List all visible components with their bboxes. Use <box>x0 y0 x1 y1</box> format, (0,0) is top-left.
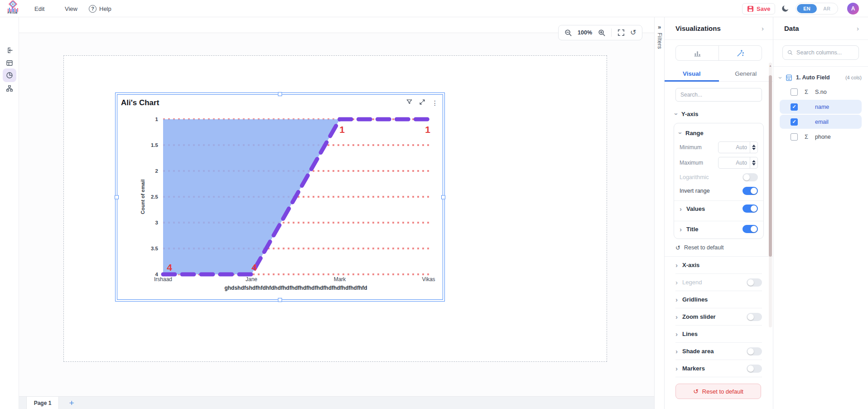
values-row[interactable]: ›Values <box>680 201 758 216</box>
markers-toggle[interactable] <box>747 365 762 373</box>
zoom-toolbar: 100% ↺ <box>558 25 642 40</box>
chevron-right-icon: › <box>675 331 678 337</box>
filters-collapsed-panel: » Filters <box>654 17 664 409</box>
dark-mode-toggle[interactable] <box>781 4 790 13</box>
minimum-input[interactable]: Auto <box>718 141 758 153</box>
collapse-panel-icon[interactable]: › <box>857 25 859 32</box>
section-gridlines[interactable]: ›Gridlines <box>675 291 762 308</box>
minimum-stepper[interactable] <box>750 142 757 153</box>
range-section[interactable]: › Range <box>680 128 758 138</box>
prism-logo-icon <box>6 0 19 12</box>
layout-icon[interactable] <box>3 56 16 70</box>
section-shade-area[interactable]: ›Shade area <box>675 343 762 360</box>
field-row-phone[interactable]: Σ phone <box>780 130 862 144</box>
tab-general[interactable]: General <box>719 66 773 81</box>
chevron-right-icon: › <box>675 279 678 286</box>
checkbox-checked[interactable]: ✓ <box>791 118 798 126</box>
resize-handle-left[interactable] <box>115 195 119 199</box>
chart-widget[interactable]: Ali's Chart ⋮ 11.522.533.544411IrshaadJa… <box>117 94 443 300</box>
resize-handle-right[interactable] <box>441 195 445 199</box>
save-button[interactable]: Save <box>742 3 775 15</box>
values-toggle[interactable] <box>743 204 758 213</box>
exit-icon[interactable] <box>3 44 16 57</box>
more-options-icon[interactable]: ⋮ <box>432 100 438 106</box>
chevron-right-icon: › <box>675 313 678 320</box>
svg-text:Irshaad: Irshaad <box>154 276 172 282</box>
checkbox-unchecked[interactable] <box>791 133 798 141</box>
chevron-down-icon: › <box>673 113 680 115</box>
divider <box>773 66 868 67</box>
zoom-in-button[interactable] <box>598 29 606 37</box>
shade-area-toggle[interactable] <box>747 347 762 355</box>
lang-en-option[interactable]: EN <box>797 4 817 13</box>
maximum-label: Maximum <box>680 160 703 166</box>
reset-y-axis-link[interactable]: ↺ Reset to default <box>675 243 762 252</box>
legend-toggle[interactable] <box>747 278 762 287</box>
page-tab[interactable]: Page 1 <box>26 397 59 409</box>
minimum-label: Minimum <box>680 144 702 151</box>
section-lines[interactable]: ›Lines <box>675 326 762 343</box>
chart-title: Ali's Chart <box>121 98 159 107</box>
reset-to-default-button[interactable]: ↺ Reset to default <box>675 384 761 399</box>
group-name: 1. Auto Field <box>796 74 842 81</box>
field-label: S.no <box>815 89 827 95</box>
viz-scrollbar-thumb[interactable] <box>769 75 772 257</box>
menu-help[interactable]: ? Help <box>89 0 111 17</box>
add-page-button[interactable]: + <box>65 397 78 409</box>
expand-icon[interactable] <box>419 99 425 107</box>
visualizations-title: Visualizations <box>675 24 721 32</box>
auto-field-group[interactable]: › 1. Auto Field (4 cols) <box>780 71 862 84</box>
reset-icon: ↺ <box>675 245 680 251</box>
brand-name: PRISM <box>8 11 18 14</box>
checkbox-checked[interactable]: ✓ <box>791 103 798 111</box>
maximum-input[interactable]: Auto <box>718 157 758 169</box>
menu-view[interactable]: View <box>65 0 77 17</box>
chevron-down-icon: › <box>777 77 784 79</box>
top-bar: PRISM Edit View ? Help Save EN AR A <box>0 0 868 17</box>
section-y-axis[interactable]: › Y-axis <box>675 111 762 117</box>
section-x-axis[interactable]: ›X-axis <box>675 257 762 274</box>
invert-range-toggle[interactable] <box>743 187 758 195</box>
resize-handle-bottom[interactable] <box>278 298 282 302</box>
avatar[interactable]: A <box>847 3 859 15</box>
zoom-out-button[interactable] <box>564 29 572 37</box>
pie-chart-icon[interactable] <box>3 68 16 82</box>
language-switcher[interactable]: EN AR <box>796 3 838 15</box>
chevron-right-icon: › <box>675 348 678 355</box>
viz-scrollbar[interactable]: ▲ <box>769 63 772 327</box>
fullscreen-button[interactable] <box>617 29 625 36</box>
section-markers[interactable]: ›Markers <box>675 360 762 377</box>
scrollbar-up-arrow[interactable]: ▲ <box>769 64 772 67</box>
magic-wand-button[interactable] <box>719 46 762 60</box>
svg-text:Vikas: Vikas <box>422 276 435 282</box>
lang-ar-option[interactable]: AR <box>817 6 837 11</box>
prism-logo: PRISM <box>4 0 22 17</box>
save-floppy-icon <box>747 5 754 12</box>
menu-edit[interactable]: Edit <box>34 0 44 17</box>
svg-text:1: 1 <box>425 124 430 135</box>
field-row-name[interactable]: ✓ name <box>780 100 862 114</box>
reset-view-button[interactable]: ↺ <box>630 29 636 36</box>
title-row[interactable]: ›Title <box>680 221 758 237</box>
data-search-input[interactable] <box>796 49 854 56</box>
maximum-stepper[interactable] <box>750 157 757 168</box>
svg-text:4: 4 <box>251 262 257 273</box>
field-row-sno[interactable]: Σ S.no <box>780 85 862 99</box>
zoom-slider-toggle[interactable] <box>747 313 762 321</box>
bar-chart-type-button[interactable] <box>676 46 719 60</box>
svg-text:4: 4 <box>167 262 172 273</box>
filters-label[interactable]: Filters <box>656 33 663 49</box>
filter-icon[interactable] <box>406 98 413 107</box>
collapse-panel-icon[interactable]: › <box>762 25 764 32</box>
logarithmic-toggle[interactable] <box>743 173 758 181</box>
section-zoom-slider[interactable]: ›Zoom slider <box>675 308 762 326</box>
tab-visual[interactable]: Visual <box>665 66 719 81</box>
field-row-email[interactable]: ✓ email <box>780 115 862 129</box>
section-legend[interactable]: ›Legend <box>675 274 762 291</box>
flow-icon[interactable] <box>3 82 16 95</box>
title-toggle[interactable] <box>743 225 758 233</box>
checkbox-unchecked[interactable] <box>791 88 798 96</box>
filters-expand-icon[interactable]: » <box>658 24 661 30</box>
resize-handle-top[interactable] <box>278 92 282 96</box>
viz-search-input[interactable] <box>680 92 757 98</box>
